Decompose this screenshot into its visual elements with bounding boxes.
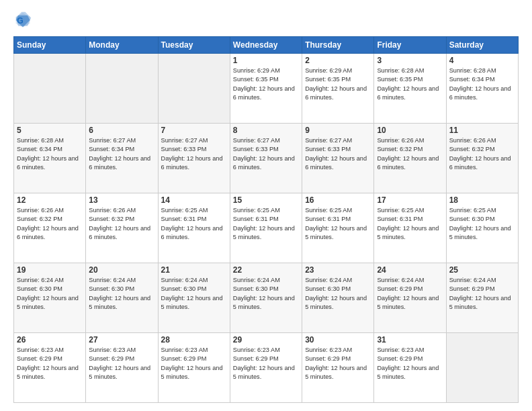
day-number: 7 [161,126,227,135]
cell-info: Sunrise: 6:24 AMSunset: 6:30 PMDaylight:… [89,276,154,312]
cell-info: Sunrise: 6:26 AMSunset: 6:32 PMDaylight:… [17,206,83,242]
day-number: 1 [233,56,299,65]
cell-info: Sunrise: 6:26 AMSunset: 6:32 PMDaylight:… [89,206,154,242]
calendar-cell: 23 Sunrise: 6:24 AMSunset: 6:30 PMDaylig… [302,263,374,333]
calendar-cell: 30 Sunrise: 6:23 AMSunset: 6:29 PMDaylig… [302,333,374,403]
day-number: 16 [305,195,371,205]
calendar-cell: 19 Sunrise: 6:24 AMSunset: 6:30 PMDaylig… [14,263,86,333]
cell-info: Sunrise: 6:24 AMSunset: 6:30 PMDaylight:… [161,276,227,312]
cell-info: Sunrise: 6:27 AMSunset: 6:33 PMDaylight:… [305,136,371,172]
cell-info: Sunrise: 6:25 AMSunset: 6:30 PMDaylight:… [449,206,515,242]
calendar-cell: 22 Sunrise: 6:24 AMSunset: 6:30 PMDaylig… [230,263,302,333]
calendar-cell: 14 Sunrise: 6:25 AMSunset: 6:31 PMDaylig… [158,193,230,263]
calendar-cell [14,54,86,124]
cell-info: Sunrise: 6:23 AMSunset: 6:29 PMDaylight:… [161,346,227,381]
day-number: 6 [89,126,154,135]
cell-info: Sunrise: 6:27 AMSunset: 6:33 PMDaylight:… [161,136,227,172]
cell-info: Sunrise: 6:24 AMSunset: 6:30 PMDaylight:… [305,276,371,312]
cell-info: Sunrise: 6:26 AMSunset: 6:32 PMDaylight:… [377,136,443,172]
calendar-cell: 26 Sunrise: 6:23 AMSunset: 6:29 PMDaylig… [14,333,86,403]
calendar-cell: 1 Sunrise: 6:29 AMSunset: 6:35 PMDayligh… [230,54,302,124]
cell-info: Sunrise: 6:23 AMSunset: 6:29 PMDaylight:… [305,346,371,381]
day-number: 26 [17,335,83,345]
calendar-cell: 27 Sunrise: 6:23 AMSunset: 6:29 PMDaylig… [86,333,158,403]
calendar-week-3: 19 Sunrise: 6:24 AMSunset: 6:30 PMDaylig… [14,263,519,333]
day-header-wednesday: Wednesday [230,37,302,54]
calendar-cell: 5 Sunrise: 6:28 AMSunset: 6:34 PMDayligh… [14,124,86,193]
day-number: 3 [377,56,443,65]
calendar-cell [86,54,158,124]
calendar-table: SundayMondayTuesdayWednesdayThursdayFrid… [13,36,519,403]
svg-text:G: G [17,16,24,26]
calendar-cell: 21 Sunrise: 6:24 AMSunset: 6:30 PMDaylig… [158,263,230,333]
day-number: 23 [305,265,371,275]
calendar-cell: 7 Sunrise: 6:27 AMSunset: 6:33 PMDayligh… [158,124,230,193]
calendar-cell [158,54,230,124]
day-number: 13 [89,195,154,205]
calendar-week-1: 5 Sunrise: 6:28 AMSunset: 6:34 PMDayligh… [14,124,519,193]
day-number: 20 [89,265,154,275]
cell-info: Sunrise: 6:23 AMSunset: 6:29 PMDaylight:… [377,346,443,381]
calendar-cell: 13 Sunrise: 6:26 AMSunset: 6:32 PMDaylig… [86,193,158,263]
cell-info: Sunrise: 6:29 AMSunset: 6:35 PMDaylight:… [233,66,299,102]
day-number: 10 [377,126,443,135]
cell-info: Sunrise: 6:23 AMSunset: 6:29 PMDaylight:… [89,346,154,381]
calendar-cell: 6 Sunrise: 6:27 AMSunset: 6:34 PMDayligh… [86,124,158,193]
cell-info: Sunrise: 6:29 AMSunset: 6:35 PMDaylight:… [305,66,371,102]
day-number: 14 [161,195,227,205]
calendar-week-4: 26 Sunrise: 6:23 AMSunset: 6:29 PMDaylig… [14,333,519,403]
day-number: 22 [233,265,299,275]
day-number: 15 [233,195,299,205]
day-number: 28 [161,335,227,345]
logo: G [13,11,35,30]
day-header-thursday: Thursday [302,37,374,54]
day-number: 4 [449,56,515,65]
calendar-cell: 10 Sunrise: 6:26 AMSunset: 6:32 PMDaylig… [374,124,446,193]
day-number: 8 [233,126,299,135]
calendar-cell: 2 Sunrise: 6:29 AMSunset: 6:35 PMDayligh… [302,54,374,124]
calendar-cell: 28 Sunrise: 6:23 AMSunset: 6:29 PMDaylig… [158,333,230,403]
cell-info: Sunrise: 6:27 AMSunset: 6:34 PMDaylight:… [89,136,154,172]
day-number: 29 [233,335,299,345]
cell-info: Sunrise: 6:27 AMSunset: 6:33 PMDaylight:… [233,136,299,172]
day-number: 2 [305,56,371,65]
day-number: 18 [449,195,515,205]
day-header-saturday: Saturday [446,37,518,54]
cell-info: Sunrise: 6:24 AMSunset: 6:29 PMDaylight:… [377,276,443,312]
day-number: 17 [377,195,443,205]
calendar-cell: 11 Sunrise: 6:26 AMSunset: 6:32 PMDaylig… [446,124,518,193]
day-number: 24 [377,265,443,275]
calendar-cell: 9 Sunrise: 6:27 AMSunset: 6:33 PMDayligh… [302,124,374,193]
cell-info: Sunrise: 6:23 AMSunset: 6:29 PMDaylight:… [233,346,299,381]
cell-info: Sunrise: 6:23 AMSunset: 6:29 PMDaylight:… [17,346,83,381]
day-number: 30 [305,335,371,345]
calendar-cell [446,333,518,403]
calendar-cell: 20 Sunrise: 6:24 AMSunset: 6:30 PMDaylig… [86,263,158,333]
calendar-cell: 8 Sunrise: 6:27 AMSunset: 6:33 PMDayligh… [230,124,302,193]
cell-info: Sunrise: 6:25 AMSunset: 6:31 PMDaylight:… [161,206,227,242]
day-number: 12 [17,195,83,205]
header: G [13,11,519,30]
day-header-monday: Monday [86,37,158,54]
calendar-week-0: 1 Sunrise: 6:29 AMSunset: 6:35 PMDayligh… [14,54,519,124]
day-number: 19 [17,265,83,275]
day-number: 11 [449,126,515,135]
logo-icon: G [13,11,32,30]
calendar-header-row: SundayMondayTuesdayWednesdayThursdayFrid… [14,37,519,54]
cell-info: Sunrise: 6:26 AMSunset: 6:32 PMDaylight:… [449,136,515,172]
day-number: 21 [161,265,227,275]
cell-info: Sunrise: 6:25 AMSunset: 6:31 PMDaylight:… [233,206,299,242]
calendar-cell: 25 Sunrise: 6:24 AMSunset: 6:29 PMDaylig… [446,263,518,333]
calendar-cell: 17 Sunrise: 6:25 AMSunset: 6:31 PMDaylig… [374,193,446,263]
day-number: 5 [17,126,83,135]
calendar-cell: 31 Sunrise: 6:23 AMSunset: 6:29 PMDaylig… [374,333,446,403]
calendar-cell: 3 Sunrise: 6:28 AMSunset: 6:35 PMDayligh… [374,54,446,124]
day-number: 9 [305,126,371,135]
day-header-tuesday: Tuesday [158,37,230,54]
cell-info: Sunrise: 6:24 AMSunset: 6:30 PMDaylight:… [233,276,299,312]
calendar-cell: 16 Sunrise: 6:25 AMSunset: 6:31 PMDaylig… [302,193,374,263]
day-header-friday: Friday [374,37,446,54]
cell-info: Sunrise: 6:28 AMSunset: 6:34 PMDaylight:… [449,66,515,102]
calendar-week-2: 12 Sunrise: 6:26 AMSunset: 6:32 PMDaylig… [14,193,519,263]
cell-info: Sunrise: 6:25 AMSunset: 6:31 PMDaylight:… [305,206,371,242]
